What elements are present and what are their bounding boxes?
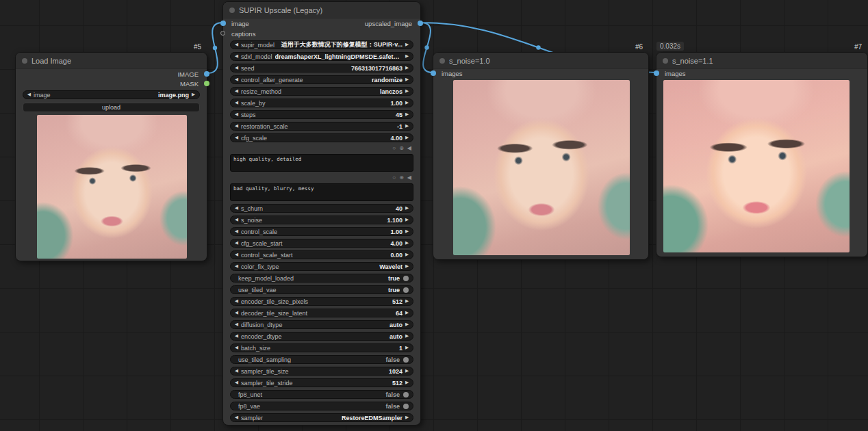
decrement-arrow-icon[interactable]: ◀ — [235, 345, 238, 350]
decrement-arrow-icon[interactable]: ◀ — [235, 54, 238, 59]
circle-icon[interactable]: ○ — [392, 174, 396, 181]
toggle-knob-icon[interactable] — [403, 392, 409, 397]
image-preview[interactable] — [663, 80, 850, 252]
decrement-arrow-icon[interactable]: ◀ — [235, 241, 238, 246]
input-slot-images[interactable]: images — [656, 68, 686, 78]
decrement-arrow-icon[interactable]: ◀ — [235, 264, 238, 269]
increment-arrow-icon[interactable]: ▶ — [405, 252, 409, 257]
widget-scale_by[interactable]: ◀scale_by1.00▶ — [230, 99, 413, 107]
node-title-bar[interactable]: SUPIR Upscale (Legacy) — [223, 2, 420, 18]
increment-arrow-icon[interactable]: ▶ — [405, 229, 409, 234]
widget-image-filename[interactable]: ◀ image image.png ▶ — [23, 90, 200, 99]
widget-sampler_tile_size[interactable]: ◀sampler_tile_size1024▶ — [230, 367, 413, 376]
widget-sampler[interactable]: ◀samplerRestoreEDMSampler▶ — [230, 413, 413, 422]
link-midpoint-dot[interactable] — [536, 45, 540, 49]
increment-arrow-icon[interactable]: ▶ — [405, 54, 409, 59]
increment-arrow-icon[interactable]: ▶ — [405, 369, 409, 374]
widget-encoder_dtype[interactable]: ◀encoder_dtypeauto▶ — [230, 332, 413, 341]
input-dot-images[interactable] — [654, 70, 659, 76]
output-dot-image[interactable] — [204, 71, 209, 77]
decrement-arrow-icon[interactable]: ◀ — [235, 322, 238, 327]
widget-color_fix_type[interactable]: ◀color_fix_typeWavelet▶ — [230, 262, 413, 271]
decrement-arrow-icon[interactable]: ◀ — [235, 415, 238, 420]
increment-arrow-icon[interactable]: ▶ — [405, 42, 409, 47]
widget-cfg_scale[interactable]: ◀cfg_scale4.00▶ — [230, 133, 413, 142]
widget-cfg_scale_start[interactable]: ◀cfg_scale_start4.00▶ — [230, 239, 413, 248]
widget-restoration_scale[interactable]: ◀restoration_scale-1▶ — [230, 122, 413, 131]
widget-control_after_generate[interactable]: ◀control_after_generaterandomize▶ — [230, 75, 413, 84]
widget-use_tiled_sampling[interactable]: use_tiled_samplingfalse — [230, 355, 413, 364]
node-title-bar[interactable]: s_noise=1.1 — [656, 53, 867, 69]
globe-icon[interactable]: ⊕ — [399, 145, 404, 151]
decrement-arrow-icon[interactable]: ◀ — [235, 252, 238, 257]
translate-arrow-icon[interactable]: ◀ — [407, 145, 411, 151]
image-preview[interactable] — [37, 115, 187, 259]
decrement-arrow-icon[interactable]: ◀ — [235, 112, 238, 117]
node-collapse-dot-icon[interactable] — [22, 58, 27, 64]
prev-arrow-icon[interactable]: ◀ — [27, 92, 31, 97]
widget-resize_method[interactable]: ◀resize_methodlanczos▶ — [230, 87, 413, 96]
output-slot-upscaled-image[interactable]: upscaled_image — [365, 18, 420, 28]
decrement-arrow-icon[interactable]: ◀ — [235, 42, 238, 47]
decrement-arrow-icon[interactable]: ◀ — [235, 334, 238, 339]
widget-seed[interactable]: ◀seed766313017716863▶ — [230, 64, 413, 73]
input-slot-images[interactable]: images — [433, 68, 463, 78]
widget-supir_model[interactable]: ◀supir_model适用于大多数情况下的修复模型：SUPIR-v...▶ — [230, 40, 413, 49]
negative-prompt-textarea[interactable]: bad quality, blurry, messy — [230, 183, 413, 201]
increment-arrow-icon[interactable]: ▶ — [405, 415, 409, 420]
widget-decoder_tile_size_latent[interactable]: ◀decoder_tile_size_latent64▶ — [230, 309, 413, 317]
increment-arrow-icon[interactable]: ▶ — [405, 345, 409, 350]
node-preview-s-noise-1-1[interactable]: 0.032s #7 s_noise=1.1 images — [656, 52, 868, 257]
widget-use_tiled_vae[interactable]: use_tiled_vaetrue — [230, 285, 413, 294]
image-preview[interactable] — [453, 80, 630, 255]
input-dot-captions[interactable] — [220, 31, 225, 36]
decrement-arrow-icon[interactable]: ◀ — [235, 77, 238, 82]
increment-arrow-icon[interactable]: ▶ — [405, 264, 409, 269]
node-preview-s-noise-1-0[interactable]: #6 s_noise=1.0 images — [433, 52, 649, 260]
node-collapse-dot-icon[interactable] — [229, 8, 235, 13]
node-graph-canvas[interactable]: #5 Load Image IMAGE MASK ◀ image image.p… — [0, 0, 868, 431]
output-slot-mask[interactable]: MASK — [180, 79, 207, 88]
widget-control_scale[interactable]: ◀control_scale1.00▶ — [230, 227, 413, 236]
widget-fp8_unet[interactable]: fp8_unetfalse — [230, 390, 413, 399]
positive-prompt-textarea[interactable]: high quality, detailed — [230, 154, 413, 172]
widget-s_noise[interactable]: ◀s_noise1.100▶ — [230, 216, 413, 224]
circle-icon[interactable]: ○ — [392, 145, 396, 151]
node-collapse-dot-icon[interactable] — [663, 58, 668, 64]
decrement-arrow-icon[interactable]: ◀ — [235, 299, 238, 304]
decrement-arrow-icon[interactable]: ◀ — [235, 101, 238, 105]
widget-keep_model_loaded[interactable]: keep_model_loadedtrue — [230, 274, 413, 283]
increment-arrow-icon[interactable]: ▶ — [405, 206, 409, 211]
widget-fp8_vae[interactable]: fp8_vaefalse — [230, 402, 413, 410]
decrement-arrow-icon[interactable]: ◀ — [235, 311, 238, 315]
decrement-arrow-icon[interactable]: ◀ — [235, 135, 238, 140]
increment-arrow-icon[interactable]: ▶ — [405, 299, 409, 304]
increment-arrow-icon[interactable]: ▶ — [405, 135, 409, 140]
decrement-arrow-icon[interactable]: ◀ — [235, 380, 238, 385]
node-title-bar[interactable]: Load Image — [16, 53, 207, 69]
decrement-arrow-icon[interactable]: ◀ — [235, 124, 238, 129]
next-arrow-icon[interactable]: ▶ — [192, 92, 195, 97]
increment-arrow-icon[interactable]: ▶ — [405, 101, 409, 105]
widget-encoder_tile_size_pixels[interactable]: ◀encoder_tile_size_pixels512▶ — [230, 297, 413, 306]
widget-sdxl_model[interactable]: ◀sdxl_modeldreamshaperXL_lightningDPMSDE… — [230, 52, 413, 61]
toggle-knob-icon[interactable] — [403, 357, 409, 363]
decrement-arrow-icon[interactable]: ◀ — [235, 206, 238, 211]
input-dot-images[interactable] — [431, 70, 436, 76]
link-midpoint-dot[interactable] — [424, 45, 429, 49]
increment-arrow-icon[interactable]: ▶ — [405, 380, 409, 385]
widget-diffusion_dtype[interactable]: ◀diffusion_dtypeauto▶ — [230, 320, 413, 329]
link-midpoint-dot[interactable] — [213, 46, 217, 50]
increment-arrow-icon[interactable]: ▶ — [405, 124, 409, 129]
node-supir-upscale[interactable]: SUPIR Upscale (Legacy) image upscaled_im… — [222, 1, 421, 426]
node-collapse-dot-icon[interactable] — [439, 58, 445, 64]
decrement-arrow-icon[interactable]: ◀ — [235, 66, 238, 70]
globe-icon[interactable]: ⊕ — [399, 174, 404, 181]
increment-arrow-icon[interactable]: ▶ — [405, 322, 409, 327]
input-dot-image[interactable] — [220, 21, 226, 26]
input-slot-captions[interactable]: captions — [223, 29, 255, 38]
widget-batch_size[interactable]: ◀batch_size1▶ — [230, 343, 413, 352]
increment-arrow-icon[interactable]: ▶ — [405, 334, 409, 339]
widget-control_scale_start[interactable]: ◀control_scale_start0.00▶ — [230, 250, 413, 259]
upload-button[interactable]: upload — [23, 103, 200, 112]
